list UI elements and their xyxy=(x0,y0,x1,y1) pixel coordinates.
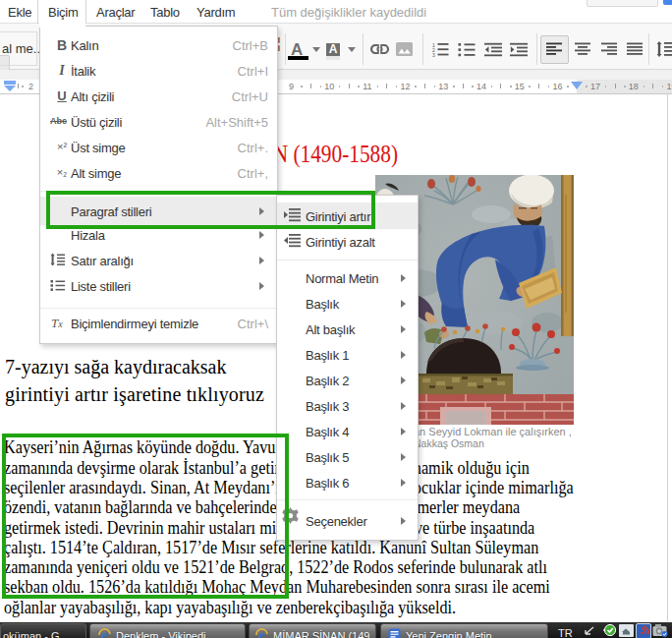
svg-text:3: 3 xyxy=(432,52,435,57)
